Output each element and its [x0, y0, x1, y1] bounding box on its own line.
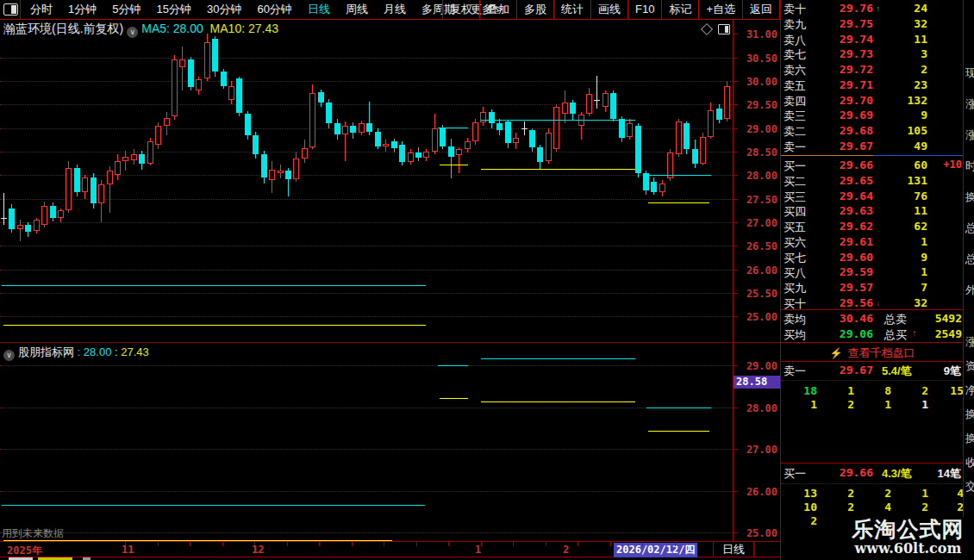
order-book-row[interactable]: 卖一29.6749	[781, 140, 964, 154]
date-tick	[675, 542, 676, 546]
lower-axis-label: 28.00	[746, 402, 777, 414]
indicator-line	[481, 169, 635, 170]
indicator-title-row: ∨股朋指标网 : 28.00 : 27.43	[3, 345, 149, 361]
level-price: 29.63	[840, 204, 873, 217]
order-book-row[interactable]: 买九29.577	[781, 281, 964, 296]
candle	[196, 79, 202, 90]
buy1-lot: 4	[855, 501, 891, 513]
candle	[603, 93, 609, 107]
level-label: 卖九	[784, 17, 806, 33]
candle	[586, 94, 592, 114]
gridline	[0, 532, 733, 533]
candle	[50, 206, 56, 218]
menu-item-60分钟[interactable]: 60分钟	[249, 0, 299, 19]
menu-item-1分钟[interactable]: 1分钟	[60, 0, 104, 19]
deep-quote-link[interactable]: ⚡查看千档盘口	[781, 345, 964, 360]
candle-wick	[20, 220, 21, 241]
chevron-down-icon[interactable]: ∨	[3, 350, 15, 361]
order-book-row[interactable]: 卖四29.70132	[781, 94, 964, 109]
menu-item-标记[interactable]: 标记	[661, 0, 698, 19]
sell1-lot: 1	[892, 398, 928, 411]
sell1-per-order: 5.4/笔	[882, 364, 912, 379]
sell1-lot: 1	[818, 384, 854, 397]
level-label: 买九	[784, 281, 806, 296]
order-book-row[interactable]: 卖二29.68105	[781, 124, 964, 139]
gridline	[0, 491, 733, 492]
gridline	[0, 152, 733, 152]
candle	[107, 171, 113, 184]
order-book-row[interactable]: 卖九29.7532	[781, 17, 964, 32]
order-book-row[interactable]: 买五29.6262	[781, 220, 964, 234]
clipped-label: 收	[965, 455, 974, 470]
candle	[302, 148, 308, 159]
order-book-row[interactable]: 买二29.65131	[781, 174, 964, 189]
order-book-row[interactable]: 买六29.611	[781, 235, 964, 250]
order-book-row[interactable]: 卖八29.7411	[781, 33, 964, 47]
period-indicator[interactable]: 日线	[713, 541, 754, 557]
sell1-lot: 18	[781, 384, 817, 397]
gridline	[0, 270, 733, 271]
chevron-down-icon[interactable]: ∨	[127, 27, 138, 38]
watermark-title: 乐淘公式网	[842, 517, 974, 541]
candle	[391, 141, 397, 148]
order-book-row[interactable]: 卖七29.733	[781, 47, 964, 62]
level-label: 买四	[784, 204, 806, 220]
candle	[423, 152, 429, 158]
level-label: 买二	[784, 174, 806, 190]
gridline	[0, 222, 733, 223]
menu-item-30分钟[interactable]: 30分钟	[199, 0, 249, 19]
candle	[115, 161, 121, 175]
menu-item-F10[interactable]: F10	[627, 0, 661, 19]
clipped-label: 换	[965, 190, 974, 205]
indicator-line	[2, 505, 425, 506]
order-book-row[interactable]: 买三29.6476	[781, 190, 964, 204]
menu-item-月线[interactable]: 月线	[376, 0, 414, 19]
main-axis-label: 30.50	[746, 53, 777, 65]
menu-item-多股[interactable]: 多股	[516, 0, 553, 19]
panel-split-icon[interactable]	[718, 24, 730, 34]
order-book-row[interactable]: 买七29.609	[781, 251, 964, 265]
date-tick	[642, 542, 643, 546]
menu-item-复权[interactable]: 复权	[442, 0, 479, 19]
order-book-row[interactable]: 卖十29.76↑24	[781, 2, 964, 16]
candle	[309, 93, 315, 147]
sell1-order-count: 9笔	[944, 364, 961, 379]
avg-bid-row: 买均29.06总买↑2549	[781, 327, 964, 342]
volume-change: +10	[943, 159, 962, 171]
buy1-header[interactable]: 买一29.664.3/笔14笔	[781, 466, 964, 481]
level-price: 29.71	[840, 78, 873, 91]
order-book-row[interactable]: 卖五29.7123	[781, 78, 964, 93]
menu-item-分时[interactable]: 分时	[22, 0, 60, 19]
indicator-panel[interactable]: ∨股朋指标网 : 28.00 : 27.43 用到未来数据	[0, 342, 733, 542]
gridline	[0, 408, 733, 408]
order-book-row[interactable]: 卖六29.722	[781, 63, 964, 78]
menu-item-返回[interactable]: 返回	[742, 0, 780, 19]
buy1-label: 买一	[784, 466, 806, 482]
level-label: 卖六	[784, 63, 806, 78]
layout-split-icon[interactable]	[3, 3, 18, 16]
menu-item-统计[interactable]: 统计	[553, 0, 590, 19]
menu-item-叠加[interactable]: 叠加	[479, 0, 516, 19]
menu-item-+自选[interactable]: +自选	[698, 0, 742, 19]
indicator-line	[648, 202, 709, 203]
level-label: 卖七	[784, 47, 806, 63]
down-arrow-icon: ↓	[877, 299, 881, 308]
sell1-header[interactable]: 卖一29.675.4/笔9笔	[781, 364, 964, 378]
menu-item-15分钟[interactable]: 15分钟	[148, 0, 198, 19]
axis-tick	[734, 58, 738, 59]
order-book-row[interactable]: 买八29.591	[781, 265, 964, 280]
order-book-row[interactable]: 卖三29.699	[781, 109, 964, 123]
menu-item-日线[interactable]: 日线	[300, 0, 338, 19]
main-chart-area[interactable]: 瀚蓝环境(日线.前复权)∨MA5: 28.00 MA10: 27.43	[0, 20, 733, 342]
diamond-icon[interactable]	[701, 23, 713, 35]
main-axis-label: 26.00	[746, 264, 777, 277]
menu-item-画线[interactable]: 画线	[590, 0, 627, 19]
menu-item-周线[interactable]: 周线	[338, 0, 376, 19]
menu-item-5分钟[interactable]: 5分钟	[104, 0, 148, 19]
order-book-row[interactable]: 买四29.6311	[781, 204, 964, 219]
candle	[448, 146, 454, 157]
deep-quote-text[interactable]: 查看千档盘口	[847, 346, 915, 359]
order-book-row[interactable]: 买一29.6660+10	[781, 159, 964, 173]
avg-ask-price: 30.46	[840, 312, 873, 325]
level-volume: 24	[914, 2, 927, 15]
